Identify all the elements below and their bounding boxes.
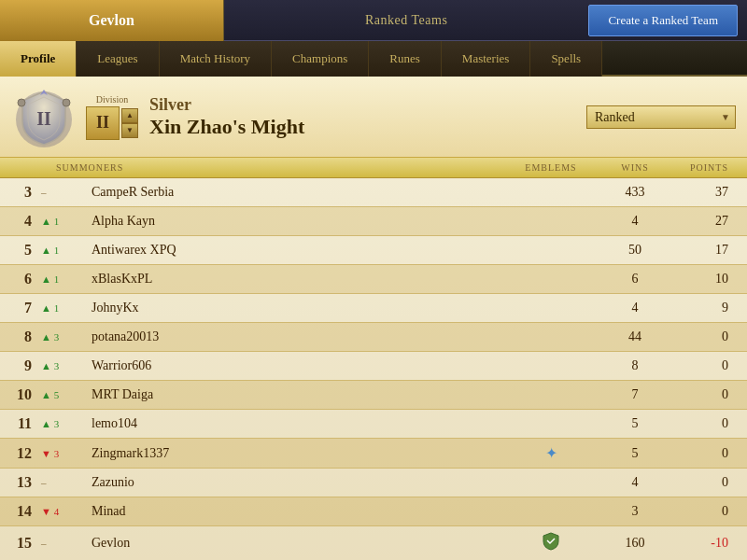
- summoner-name-cell[interactable]: Minad: [84, 497, 504, 526]
- points-cell: 0: [672, 381, 747, 410]
- emblem-cell: [504, 497, 598, 526]
- summoner-name-cell[interactable]: Zazunio: [84, 469, 504, 497]
- team-header: II Division II ▲ ▼ Silver Xin Zhao's M: [0, 77, 747, 158]
- table-wrap[interactable]: SUMMONERS EMBLEMS WINS POINTS 3–CampeR S…: [0, 158, 747, 560]
- rank-cell: 10: [0, 381, 37, 410]
- change-cell: ▲ 3: [37, 352, 84, 381]
- wins-cell: 50: [598, 236, 672, 265]
- rank-cell: 14: [0, 497, 37, 526]
- points-cell: 9: [672, 294, 747, 323]
- tab-champions[interactable]: Champions: [272, 41, 369, 77]
- wins-cell: 3: [598, 497, 672, 526]
- table-row: 5▲ 1Antiwarex XPQ5017: [0, 236, 747, 265]
- table-row: 11▲ 3lemo10450: [0, 410, 747, 439]
- svg-text:II: II: [36, 108, 51, 129]
- emblem-cell: [504, 381, 598, 410]
- change-cell: –: [37, 178, 84, 207]
- points-cell: 0: [672, 469, 747, 497]
- table-row: 8▲ 3potana20013440: [0, 323, 747, 352]
- rank-cell: 9: [0, 352, 37, 381]
- rank-cell: 8: [0, 323, 37, 352]
- wins-cell: 5: [598, 439, 672, 469]
- change-cell: ▲ 5: [37, 381, 84, 410]
- col-emblems: EMBLEMS: [504, 158, 598, 178]
- change-cell: –: [37, 469, 84, 497]
- summoner-name-cell[interactable]: potana20013: [84, 323, 504, 352]
- wins-cell: 5: [598, 410, 672, 439]
- table-row: 7▲ 1JohnyKx49: [0, 294, 747, 323]
- summoner-name-cell[interactable]: xBlasKxPL: [84, 265, 504, 294]
- nav-tabs: Profile Leagues Match History Champions …: [0, 41, 747, 77]
- points-cell: 0: [672, 439, 747, 469]
- change-cell: ▲ 1: [37, 236, 84, 265]
- change-cell: ▼ 4: [37, 497, 84, 526]
- rank-cell: 3: [0, 178, 37, 207]
- points-cell: 10: [672, 265, 747, 294]
- emblem-cell: [504, 526, 598, 561]
- summoner-name-cell[interactable]: Antiwarex XPQ: [84, 236, 504, 265]
- svg-point-4: [63, 99, 70, 106]
- division-value: II: [86, 106, 120, 140]
- points-cell: 37: [672, 178, 747, 207]
- division-down-button[interactable]: ▼: [121, 123, 138, 138]
- col-summoners: SUMMONERS: [0, 158, 504, 178]
- summoner-name-cell[interactable]: Alpha Kayn: [84, 207, 504, 236]
- summoner-name-cell[interactable]: Warrior606: [84, 352, 504, 381]
- change-cell: ▲ 3: [37, 410, 84, 439]
- table-row: 10▲ 5MRT Daiga70: [0, 381, 747, 410]
- wins-cell: 433: [598, 178, 672, 207]
- change-cell: ▲ 1: [37, 207, 84, 236]
- queue-selector-wrap: Ranked Normal ▼: [586, 105, 736, 129]
- star-emblem-icon: ✦: [545, 445, 557, 461]
- tab-spells[interactable]: Spells: [530, 41, 602, 77]
- emblem-cell: [504, 236, 598, 265]
- table-row: 14▼ 4Minad30: [0, 497, 747, 526]
- tab-runes[interactable]: Runes: [369, 41, 442, 77]
- queue-select[interactable]: Ranked Normal: [586, 105, 736, 129]
- table-row: 3–CampeR Serbia43337: [0, 178, 747, 207]
- wins-cell: 4: [598, 207, 672, 236]
- points-cell: 0: [672, 352, 747, 381]
- emblem-cell: [504, 323, 598, 352]
- change-cell: ▲ 3: [37, 323, 84, 352]
- division-up-button[interactable]: ▲: [121, 108, 138, 123]
- rank-cell: 11: [0, 410, 37, 439]
- emblem-cell: [504, 410, 598, 439]
- table-row: 6▲ 1xBlasKxPL610: [0, 265, 747, 294]
- tab-match-history[interactable]: Match History: [160, 41, 272, 77]
- tab-leagues[interactable]: Leagues: [77, 41, 159, 77]
- table-row: 4▲ 1Alpha Kayn427: [0, 207, 747, 236]
- rank-cell: 5: [0, 236, 37, 265]
- table-row: 12▼ 3Zingmark1337✦50: [0, 439, 747, 469]
- team-emblem: II: [11, 84, 77, 149]
- summoner-name-cell[interactable]: CampeR Serbia: [84, 178, 504, 207]
- main-content: II Division II ▲ ▼ Silver Xin Zhao's M: [0, 77, 747, 560]
- player-name: Gevlon: [0, 0, 224, 41]
- rankings-table: SUMMONERS EMBLEMS WINS POINTS 3–CampeR S…: [0, 158, 747, 560]
- points-cell: -10: [672, 526, 747, 561]
- col-points: POINTS: [672, 158, 747, 178]
- points-cell: 0: [672, 497, 747, 526]
- create-ranked-team-button[interactable]: Create a Ranked Team: [588, 5, 738, 36]
- summoner-name-cell[interactable]: Gevlon: [84, 526, 504, 561]
- wins-cell: 7: [598, 381, 672, 410]
- points-cell: 27: [672, 207, 747, 236]
- summoner-name-cell[interactable]: JohnyKx: [84, 294, 504, 323]
- division-control: Division II ▲ ▼: [86, 94, 138, 140]
- summoner-name-cell[interactable]: MRT Daiga: [84, 381, 504, 410]
- tab-profile[interactable]: Profile: [0, 41, 77, 77]
- summoner-name-cell[interactable]: Zingmark1337: [84, 439, 504, 469]
- emblem-cell: [504, 207, 598, 236]
- table-row: 13–Zazunio40: [0, 469, 747, 497]
- change-cell: ▲ 1: [37, 265, 84, 294]
- tab-masteries[interactable]: Masteries: [442, 41, 531, 77]
- division-label: Division: [96, 94, 128, 105]
- change-cell: ▼ 3: [37, 439, 84, 469]
- emblem-cell: [504, 294, 598, 323]
- summoner-name-cell[interactable]: lemo104: [84, 410, 504, 439]
- table-row: 9▲ 3Warrior60680: [0, 352, 747, 381]
- table-row: 15–Gevlon160-10: [0, 526, 747, 561]
- team-name: Xin Zhao's Might: [149, 115, 586, 139]
- team-info: Silver Xin Zhao's Might: [149, 95, 586, 139]
- svg-point-3: [18, 99, 25, 106]
